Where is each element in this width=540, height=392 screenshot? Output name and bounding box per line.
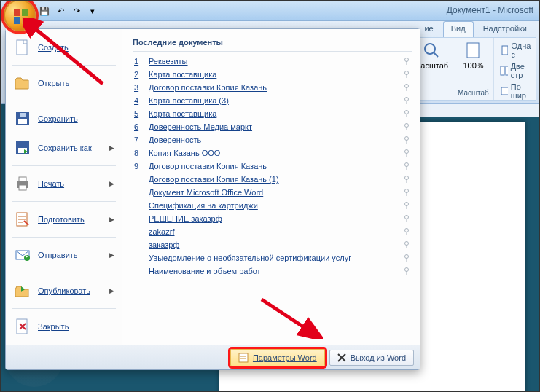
two-page-label: Две стр — [511, 62, 533, 79]
recent-document-item[interactable]: Наименование и объем работ — [133, 264, 412, 278]
pin-icon[interactable] — [402, 96, 411, 105]
office-button[interactable] — [4, 0, 36, 31]
recent-num: 8 — [134, 149, 143, 157]
svg-point-56 — [405, 255, 409, 259]
svg-point-36 — [405, 124, 409, 128]
menu-prepare-label: Подготовить — [38, 215, 103, 224]
recent-name: Карта поставщика (3) — [149, 96, 396, 105]
pin-icon[interactable] — [402, 254, 411, 262]
recent-document-item[interactable]: РЕШЕНИЕ заказрф — [133, 212, 412, 225]
menu-new[interactable]: Создать — [6, 34, 122, 61]
qat-dropdown-icon[interactable]: ▾ — [85, 4, 100, 18]
recent-document-item[interactable]: 8Копия-Казань ООО — [133, 146, 412, 160]
svg-point-38 — [405, 137, 409, 141]
svg-line-5 — [434, 52, 438, 57]
recent-document-item[interactable]: Спецификация на картриджи — [133, 199, 412, 212]
pin-icon[interactable] — [402, 136, 411, 144]
menu-print[interactable]: Печать▶ — [6, 170, 122, 197]
pin-icon[interactable] — [402, 149, 411, 157]
menu-publish[interactable]: Опубликовать▶ — [6, 277, 122, 305]
menu-new-label: Создать — [38, 43, 114, 52]
recent-document-item[interactable]: заказрф — [133, 238, 412, 251]
svg-point-40 — [405, 150, 409, 154]
menu-save[interactable]: Сохранить — [6, 105, 122, 133]
recent-name: Копия-Казань ООО — [149, 149, 396, 157]
qat-save-icon[interactable]: 💾 — [37, 4, 52, 18]
recent-document-item[interactable]: Договор поставки Копия Казань (1) — [133, 173, 412, 186]
menu-close[interactable]: Закрыть — [6, 313, 122, 340]
recent-document-item[interactable]: Увыедомление о необязательной сертификац… — [133, 251, 412, 264]
svg-point-42 — [405, 163, 409, 167]
menu-open[interactable]: Открыть — [6, 69, 122, 97]
pin-icon[interactable] — [402, 227, 411, 236]
recent-name: Договор поставки Копия Казань — [149, 83, 396, 92]
pin-icon[interactable] — [402, 201, 411, 210]
submenu-arrow-icon: ▶ — [109, 251, 114, 259]
recent-document-item[interactable]: 9Договор поставки Копия Казань — [133, 160, 412, 173]
svg-point-44 — [405, 176, 409, 180]
recent-document-item[interactable]: 2Карта поставщика — [133, 68, 412, 81]
pin-icon[interactable] — [402, 83, 411, 92]
recent-document-item[interactable]: zakazrf — [133, 225, 412, 238]
qat-undo-icon[interactable]: ↶ — [53, 4, 68, 18]
pin-icon[interactable] — [402, 240, 411, 249]
recent-num: 9 — [134, 162, 143, 170]
svg-rect-3 — [22, 17, 28, 24]
close-icon — [337, 353, 346, 362]
page-100-icon[interactable] — [463, 41, 482, 60]
svg-point-50 — [405, 216, 409, 219]
pin-icon[interactable] — [402, 122, 411, 131]
ribbon-body: Масштаб 100% Масштаб Одна с Две стр По ш… — [409, 37, 536, 101]
recent-document-item[interactable]: 6Доверенность Медиа маркт — [133, 120, 412, 133]
recent-document-item[interactable]: 4Карта поставщика (3) — [133, 94, 412, 107]
options-icon — [238, 353, 249, 363]
svg-point-30 — [405, 85, 409, 88]
menu-send[interactable]: Отправить▶ — [6, 241, 122, 269]
close-doc-icon — [13, 317, 32, 336]
page-width-button[interactable]: По шир — [498, 82, 534, 101]
exit-word-button[interactable]: Выход из Word — [329, 350, 414, 366]
recent-name: Реквезиты — [149, 57, 396, 66]
tab-addins[interactable]: Надстройки — [475, 21, 535, 37]
office-logo-icon — [12, 8, 30, 26]
one-page-button[interactable]: Одна с — [498, 41, 534, 60]
recent-document-item[interactable]: 7Доверенность — [133, 133, 412, 146]
pin-icon[interactable] — [402, 188, 411, 197]
svg-rect-10 — [501, 87, 508, 95]
recent-document-item[interactable]: 3Договор поставки Копия Казань — [133, 81, 412, 94]
svg-rect-14 — [20, 113, 26, 117]
recent-num: 3 — [134, 83, 143, 92]
svg-point-26 — [405, 58, 409, 62]
recent-document-item[interactable]: 1Реквезиты — [133, 55, 412, 68]
zoom-100-label[interactable]: 100% — [463, 61, 483, 70]
recent-num: 1 — [134, 57, 143, 66]
recent-name: Доверенность Медиа маркт — [149, 122, 396, 131]
tab-view[interactable]: Вид — [443, 21, 474, 37]
pin-icon[interactable] — [402, 214, 411, 223]
word-options-button[interactable]: Параметры Word — [230, 349, 325, 366]
ribbon-tabs: ие Вид Надстройки — [416, 21, 535, 37]
pin-icon[interactable] — [402, 162, 411, 170]
svg-point-32 — [405, 98, 409, 101]
pin-icon[interactable] — [402, 57, 411, 66]
recent-name: Спецификация на картриджи — [149, 201, 396, 210]
menu-prepare[interactable]: Подготовить▶ — [6, 205, 122, 233]
svg-rect-1 — [22, 9, 28, 16]
menu-save-as[interactable]: Сохранить как▶ — [6, 134, 122, 162]
recent-name: Карта поставщика — [149, 109, 396, 118]
two-page-button[interactable]: Две стр — [498, 61, 534, 80]
recent-documents-header: Последние документы — [133, 35, 412, 52]
recent-num: 2 — [134, 70, 143, 79]
quick-access-toolbar: 💾 ↶ ↷ ▾ — [37, 4, 100, 18]
floppy-icon — [13, 109, 32, 128]
pin-icon[interactable] — [402, 70, 411, 79]
pin-icon[interactable] — [402, 175, 411, 184]
recent-document-item[interactable]: Документ Microsoft Office Word — [133, 186, 412, 199]
pin-icon[interactable] — [402, 109, 411, 118]
recent-document-item[interactable]: 5Карта поставщика — [133, 107, 412, 120]
recent-name: РЕШЕНИЕ заказрф — [149, 214, 396, 223]
magnifier-icon[interactable] — [422, 41, 441, 60]
qat-redo-icon[interactable]: ↷ — [69, 4, 84, 18]
menu-saveas-label: Сохранить как — [38, 144, 103, 152]
pin-icon[interactable] — [402, 267, 411, 275]
